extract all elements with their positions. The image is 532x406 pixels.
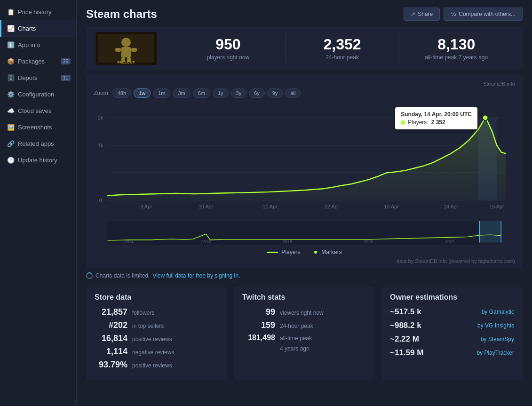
svg-text:9 Apr: 9 Apr xyxy=(141,204,152,209)
twitch-row-peak-24h: 159 24-hour peak xyxy=(242,320,366,330)
sidebar-item-related-apps[interactable]: 🔗 Related apps xyxy=(0,135,76,152)
steamspy-link[interactable]: by SteamSpy xyxy=(481,336,514,342)
owner-row-playtracker: ~11.59 M by PlayTracker xyxy=(390,348,514,358)
spinner-icon xyxy=(86,272,93,279)
share-button[interactable]: ↗ Share xyxy=(404,8,440,21)
chart-footer: data by SteamDB.info (powered by highcha… xyxy=(94,258,515,264)
svg-text:2020: 2020 xyxy=(364,239,373,244)
packages-badge: 26 xyxy=(61,58,71,64)
cloud-icon: ☁️ xyxy=(7,107,15,114)
price-history-icon: 📋 xyxy=(7,8,15,16)
zoom-1m[interactable]: 1m xyxy=(153,88,170,98)
zoom-48h[interactable]: 48h xyxy=(112,88,131,98)
related-apps-icon: 🔗 xyxy=(7,140,15,147)
store-row-positive-reviews: 16,814 positive reviews xyxy=(95,334,219,343)
store-data-card: Store data 21,857 followers #202 in top … xyxy=(86,287,227,380)
players-now-label: players right now xyxy=(181,54,276,61)
app-info-icon: ℹ️ xyxy=(7,41,15,48)
store-row-review-pct: 93.79% positive reviews xyxy=(95,360,219,370)
owner-row-steamspy: ~2.22 M by SteamSpy xyxy=(390,334,514,344)
sidebar-item-configuration[interactable]: ⚙️ Configuration xyxy=(0,86,76,103)
game-thumbnail: FALLOUT xyxy=(95,32,157,65)
svg-text:1k: 1k xyxy=(98,143,103,148)
zoom-1w[interactable]: 1w xyxy=(134,88,151,98)
gamalytic-link[interactable]: by Gamalytic xyxy=(482,309,514,315)
data-limited-notice: Charts data is limited. View full data f… xyxy=(86,272,523,279)
svg-text:2k: 2k xyxy=(98,115,103,120)
svg-text:2018: 2018 xyxy=(283,239,292,244)
twitch-row-viewers-now: 99 viewers right now xyxy=(242,307,366,317)
owner-row-vginsights: ~988.2 k by VG Insights xyxy=(390,321,514,330)
peak-alltime-label: all-time peak 7 years ago xyxy=(409,54,504,61)
store-data-title: Store data xyxy=(95,293,219,302)
twitch-row-all-time: 181,498 all-time peak xyxy=(242,334,366,342)
peak-24h-value: 2,352 xyxy=(295,36,390,53)
players-now-value: 950 xyxy=(181,36,276,53)
update-history-icon: 🕐 xyxy=(7,157,15,164)
sidebar-item-price-history[interactable]: 📋 Price history xyxy=(0,4,76,20)
svg-rect-31 xyxy=(480,221,501,242)
svg-rect-5 xyxy=(131,48,137,52)
zoom-1y[interactable]: 1y xyxy=(213,88,229,98)
owner-estimations-title: Owner estimations xyxy=(390,293,514,302)
zoom-bar: Zoom 48h 1w 1m 3m 6m 1y 3y 6y 9y all xyxy=(94,88,515,98)
chart-legend: Players Markers xyxy=(94,249,515,255)
owner-row-gamalytic: ~517.5 k by Gamalytic xyxy=(390,307,514,317)
store-row-top-sellers: #202 in top sellers xyxy=(95,320,219,330)
legend-players: Players xyxy=(267,249,300,255)
sidebar-item-update-history[interactable]: 🕐 Update history xyxy=(0,152,76,168)
screenshots-icon: 🖼️ xyxy=(7,124,15,131)
legend-markers-dot xyxy=(313,250,318,255)
sidebar-item-screenshots[interactable]: 🖼️ Screenshots xyxy=(0,119,76,135)
zoom-6y[interactable]: 6y xyxy=(249,88,265,98)
svg-text:10 Apr: 10 Apr xyxy=(199,204,213,209)
zoom-all[interactable]: all xyxy=(285,88,301,98)
page-title: Steam charts xyxy=(86,8,157,21)
svg-rect-3 xyxy=(121,47,131,57)
mini-chart-svg: 2014 2016 2018 2020 2022 xyxy=(94,219,515,245)
peak-alltime-stat: 8,130 all-time peak 7 years ago xyxy=(399,33,513,63)
sidebar: 📋 Price history 📈 Charts ℹ️ App info 📦 P… xyxy=(0,0,77,406)
zoom-3y[interactable]: 3y xyxy=(231,88,247,98)
store-row-negative-reviews: 1,114 negative reviews xyxy=(95,347,219,357)
svg-text:FALLOUT: FALLOUT xyxy=(118,60,135,64)
sidebar-item-depots[interactable]: 🗄️ Depots 11 xyxy=(0,70,76,86)
sidebar-item-packages[interactable]: 📦 Packages 26 xyxy=(0,53,76,70)
svg-point-24 xyxy=(483,115,488,121)
svg-rect-4 xyxy=(115,48,121,52)
twitch-stats-card: Twitch stats 99 viewers right now 159 24… xyxy=(234,287,375,380)
legend-players-line xyxy=(267,252,278,253)
store-row-followers: 21,857 followers xyxy=(95,307,219,317)
peak-alltime-value: 8,130 xyxy=(409,36,504,53)
sidebar-item-app-info[interactable]: ℹ️ App info xyxy=(0,37,76,53)
playtracker-link[interactable]: by PlayTracker xyxy=(476,350,514,356)
compare-button[interactable]: ⅟₂ Compare with others... xyxy=(444,8,523,21)
twitch-stats-title: Twitch stats xyxy=(242,293,366,302)
share-icon: ↗ xyxy=(411,11,415,17)
zoom-3m[interactable]: 3m xyxy=(173,88,190,98)
svg-text:2022: 2022 xyxy=(445,239,454,244)
sidebar-item-cloud-saves[interactable]: ☁️ Cloud saves xyxy=(0,103,76,119)
svg-text:2014: 2014 xyxy=(124,239,134,244)
depots-icon: 🗄️ xyxy=(7,74,15,81)
svg-text:13 Apr: 13 Apr xyxy=(384,204,399,209)
svg-text:2016: 2016 xyxy=(201,239,211,244)
sign-in-link[interactable]: View full data for free by signing in. xyxy=(152,272,240,279)
zoom-6m[interactable]: 6m xyxy=(193,88,210,98)
svg-text:0: 0 xyxy=(99,198,102,203)
main-chart-container: 2k 1k 0 9 Apr 10 Apr 11 Apr 12 Apr 13 Ap… xyxy=(94,103,515,217)
steamdb-link: SteamDB.info xyxy=(94,81,515,87)
peak-24h-stat: 2,352 24-hour peak xyxy=(285,33,399,63)
players-now-stat: 950 players right now xyxy=(171,33,285,63)
zoom-label: Zoom xyxy=(94,90,108,96)
charts-icon: 📈 xyxy=(7,25,15,32)
vginsights-link[interactable]: by VG Insights xyxy=(477,322,514,329)
zoom-9y[interactable]: 9y xyxy=(267,88,283,98)
svg-text:12 Apr: 12 Apr xyxy=(325,204,339,209)
packages-icon: 📦 xyxy=(7,58,15,65)
sidebar-item-charts[interactable]: 📈 Charts xyxy=(0,20,76,37)
main-chart-svg: 2k 1k 0 9 Apr 10 Apr 11 Apr 12 Apr 13 Ap… xyxy=(94,103,515,215)
chart-area: SteamDB.info Zoom 48h 1w 1m 3m 6m 1y 3y … xyxy=(86,74,523,268)
stats-bar: FALLOUT 950 players right now 2,352 24-h… xyxy=(86,27,523,70)
depots-badge: 11 xyxy=(61,75,71,81)
